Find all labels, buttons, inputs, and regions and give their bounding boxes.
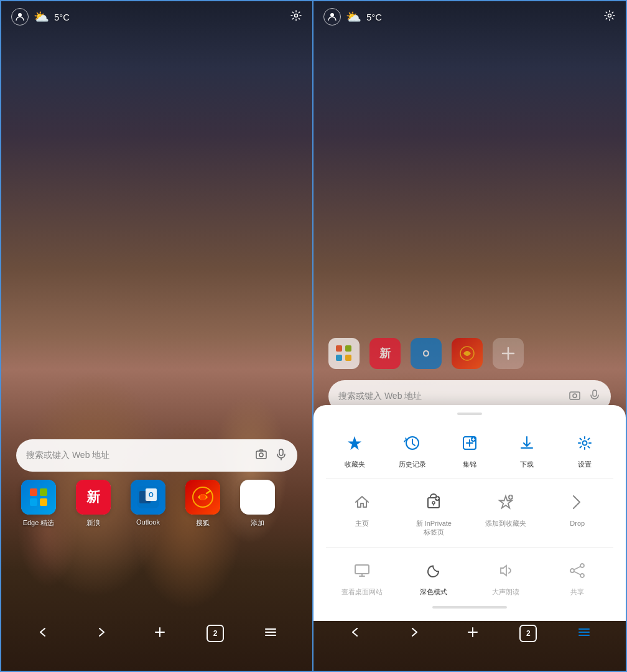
settings-icon[interactable] (290, 12, 302, 24)
sheet-item-inprivate[interactable]: 新 InPrivate 标签页 (409, 489, 458, 537)
dark-mode-icon (420, 558, 447, 584)
svg-point-3 (259, 453, 263, 457)
mic-icon[interactable] (275, 448, 287, 464)
app-item-outlook[interactable]: O Outlook (126, 480, 170, 528)
user-avatar-right[interactable] (323, 8, 341, 26)
edge-app-label: Edge 精选 (23, 518, 55, 528)
svg-point-26 (573, 394, 577, 398)
sheet-item-downloads[interactable]: 下载 (502, 430, 552, 469)
sheet-handle[interactable] (457, 413, 482, 415)
svg-rect-7 (40, 488, 47, 496)
read-aloud-label: 大声朗读 (492, 587, 519, 596)
app-item-edge[interactable]: Edge 精选 (16, 480, 61, 528)
home-label: 主页 (355, 519, 369, 528)
weather-icon: ⛅ (34, 9, 49, 24)
inprivate-icon (420, 489, 447, 515)
svg-rect-45 (355, 565, 369, 574)
svg-text:O: O (423, 348, 430, 358)
outlook-app-icon[interactable]: O (131, 480, 165, 515)
svg-rect-30 (336, 355, 342, 361)
app-item-add[interactable]: 添加 (235, 480, 280, 528)
read-aloud-icon (493, 558, 519, 584)
sheet-item-settings[interactable]: 设置 (560, 430, 610, 469)
search-placeholder-right: 搜索或键入 Web 地址 (338, 391, 569, 402)
inprivate-label: 新 InPrivate 标签页 (416, 519, 452, 537)
camera-icon-right[interactable] (569, 389, 581, 404)
favorites-icon (341, 430, 368, 456)
app-item-sougou[interactable]: 搜狐 (180, 480, 225, 528)
share-icon (564, 558, 590, 584)
tab-counter-right[interactable]: 2 (519, 625, 537, 642)
menu-button-right[interactable] (572, 620, 596, 647)
svg-rect-31 (345, 355, 351, 361)
drop-label: Drop (570, 519, 585, 528)
downloads-icon (514, 430, 540, 456)
back-button[interactable] (31, 620, 55, 647)
partial-app-1 (328, 338, 360, 369)
temperature: 5°C (54, 12, 70, 22)
add-favorite-label: 添加到收藏夹 (485, 519, 526, 528)
sheet-item-favorites[interactable]: 收藏夹 (330, 430, 379, 469)
dark-mode-label: 深色模式 (420, 587, 447, 596)
settings-sheet-icon (572, 430, 598, 456)
tab-counter[interactable]: 2 (207, 625, 224, 642)
sheet-item-share[interactable]: 共享 (552, 558, 602, 596)
settings-label: 设置 (578, 460, 592, 469)
sheet-row-1: 收藏夹 历史记录 (314, 425, 626, 474)
sheet-item-read-aloud[interactable]: 大声朗读 (481, 558, 531, 596)
sheet-item-history[interactable]: 历史记录 (388, 430, 437, 469)
svg-line-50 (574, 571, 580, 574)
weather-icon-right: ⛅ (346, 9, 361, 24)
camera-icon[interactable] (255, 448, 267, 464)
status-left: ⛅ 5°C (11, 8, 70, 26)
search-action-icons (255, 448, 287, 464)
bottom-handle (314, 606, 626, 609)
svg-line-49 (574, 566, 580, 569)
sougou-app-icon[interactable] (185, 480, 220, 515)
search-bar[interactable]: 搜索或键入 Web 地址 (16, 439, 297, 472)
sheet-item-collections[interactable]: 集锦 (445, 430, 495, 469)
add-app-icon[interactable] (240, 480, 275, 515)
svg-rect-8 (30, 498, 37, 506)
status-right (290, 9, 302, 25)
user-avatar[interactable] (11, 8, 29, 26)
add-app-label: 添加 (251, 518, 264, 528)
partial-app-3: O (411, 338, 442, 369)
sheet-item-dark-mode[interactable]: 深色模式 (409, 558, 458, 596)
partial-app-2: 新 (369, 338, 401, 369)
right-phone-panel: ⛅ 5°C 搜索或键入 Web 地址 (314, 0, 627, 672)
sheet-row-2: 主页 新 InPrivate 标签页 (314, 484, 626, 542)
sheet-item-home[interactable]: 主页 (337, 489, 387, 537)
menu-button[interactable] (259, 620, 282, 647)
settings-icon-right[interactable] (603, 12, 616, 24)
sina-app-icon[interactable]: 新 (76, 480, 111, 515)
forward-button[interactable] (90, 620, 113, 647)
svg-rect-6 (30, 488, 37, 496)
mic-icon-right[interactable] (588, 389, 601, 404)
new-tab-button[interactable] (148, 620, 172, 647)
svg-rect-2 (256, 451, 266, 459)
sheet-item-add-favorite[interactable]: 添加到收藏夹 (481, 489, 531, 537)
edge-app-icon[interactable] (21, 480, 56, 515)
sheet-item-drop[interactable]: Drop (552, 489, 602, 537)
forward-button-right[interactable] (402, 620, 426, 647)
bottom-nav: 2 (1, 609, 312, 671)
svg-point-0 (18, 13, 22, 17)
sheet-item-desktop[interactable]: 查看桌面网站 (337, 558, 387, 596)
sina-app-label: 新浪 (86, 518, 100, 528)
search-icons-right (569, 389, 601, 404)
app-shortcuts-partial: 新 O (314, 332, 626, 375)
new-tab-button-right[interactable] (461, 620, 485, 647)
back-button-right[interactable] (343, 620, 367, 647)
status-right-right (603, 9, 616, 25)
app-grid: Edge 精选 新 新浪 O Outlook (16, 480, 297, 528)
status-bar: ⛅ 5°C (1, 1, 312, 32)
svg-point-46 (580, 564, 584, 567)
app-item-sina[interactable]: 新 新浪 (71, 480, 116, 528)
svg-text:O: O (149, 492, 154, 498)
collections-label: 集锦 (463, 460, 476, 469)
partial-app-5 (493, 338, 524, 369)
share-label: 共享 (570, 587, 584, 596)
svg-point-24 (608, 14, 611, 17)
sheet-row-3: 查看桌面网站 深色模式 大声朗读 (314, 553, 626, 601)
